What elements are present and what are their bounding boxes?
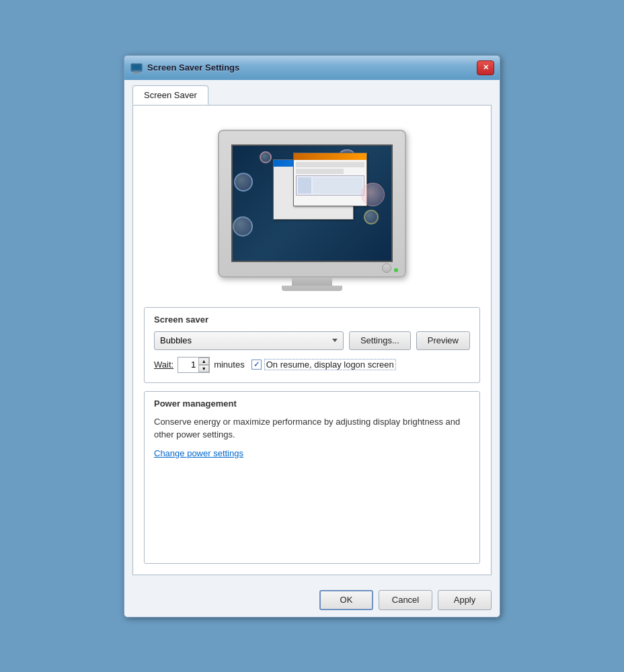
close-button[interactable]: ✕: [477, 60, 494, 75]
content-panel: Screen saver Bubbles Settings... Preview…: [132, 105, 492, 575]
dialog-window: Screen Saver Settings ✕ Screen Saver: [124, 55, 500, 618]
checkbox-checkmark: ✓: [254, 360, 260, 369]
preview-area: [144, 116, 480, 307]
dialog-footer: OK Cancel Apply: [124, 583, 500, 617]
spinner-down-button[interactable]: ▼: [198, 365, 209, 372]
bubble-6: [233, 216, 253, 237]
monitor-button[interactable]: [382, 263, 391, 273]
wait-input[interactable]: 1: [178, 358, 198, 372]
tab-bar: Screen Saver: [132, 85, 492, 105]
cancel-button[interactable]: Cancel: [379, 590, 432, 610]
checkbox-area: ✓ On resume, display logon screen: [251, 359, 396, 370]
preview-win-2: [293, 153, 367, 206]
monitor-frame: [218, 130, 406, 291]
svg-rect-2: [134, 71, 139, 73]
screensaver-section-label: Screen saver: [154, 314, 470, 325]
spinner-up-button[interactable]: ▲: [198, 358, 209, 365]
svg-rect-3: [133, 73, 140, 73]
logon-checkbox[interactable]: ✓: [251, 360, 262, 370]
spinner-buttons: ▲ ▼: [198, 358, 209, 372]
bubble-4: [260, 151, 272, 163]
change-power-settings-link[interactable]: Change power settings: [154, 448, 243, 458]
screensaver-dropdown-value: Bubbles: [160, 335, 192, 345]
apply-button[interactable]: Apply: [438, 590, 492, 610]
preview-button[interactable]: Preview: [416, 331, 470, 350]
pink-bubble: [361, 183, 385, 206]
tab-screen-saver[interactable]: Screen Saver: [132, 85, 208, 105]
wait-spinner[interactable]: 1 ▲ ▼: [178, 357, 210, 373]
title-bar: Screen Saver Settings ✕: [124, 56, 500, 80]
window-icon: [130, 61, 143, 75]
settings-button[interactable]: Settings...: [349, 331, 411, 350]
power-description: Conserve energy or maximize performance …: [154, 415, 470, 442]
ok-button[interactable]: OK: [319, 590, 373, 610]
wait-label: Wait:: [154, 360, 173, 370]
monitor-stand: [292, 278, 332, 286]
monitor-base: [282, 286, 342, 291]
monitor-screen: [231, 144, 393, 262]
bubble-3: [234, 173, 253, 192]
window-title: Screen Saver Settings: [147, 62, 477, 73]
screen-preview-bg: [233, 146, 391, 261]
dropdown-arrow-icon: [332, 339, 338, 342]
svg-rect-1: [132, 65, 141, 70]
power-section-label: Power management: [154, 398, 470, 409]
screensaver-controls: Bubbles Settings... Preview: [154, 331, 470, 350]
wait-row: Wait: 1 ▲ ▼ minutes ✓ On resume, displ: [154, 357, 470, 373]
power-section: Power management Conserve energy or maxi…: [144, 391, 480, 564]
minutes-label: minutes: [214, 360, 245, 370]
monitor-led: [394, 268, 398, 272]
logon-checkbox-label: On resume, display logon screen: [264, 359, 396, 370]
monitor-outer: [218, 130, 406, 278]
bubble-5: [364, 210, 379, 224]
screensaver-section: Screen saver Bubbles Settings... Preview…: [144, 307, 480, 383]
screensaver-dropdown[interactable]: Bubbles: [154, 331, 344, 350]
dialog-body: Screen Saver: [124, 80, 500, 583]
